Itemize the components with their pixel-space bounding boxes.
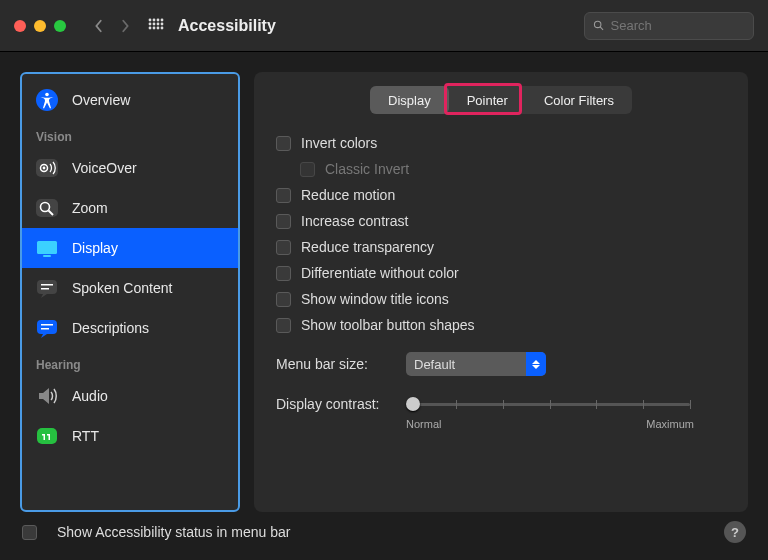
tab-color-filters[interactable]: Color Filters (526, 86, 632, 114)
sidebar-item-label: Descriptions (72, 320, 149, 336)
svg-point-5 (153, 22, 156, 25)
svg-rect-29 (41, 328, 49, 330)
display-icon (34, 235, 60, 261)
status-checkbox-label: Show Accessibility status in menu bar (57, 524, 290, 540)
footer: Show Accessibility status in menu bar ? (0, 512, 768, 552)
option-classic-invert: Classic Invert (276, 156, 726, 182)
slider-thumb[interactable] (406, 397, 420, 411)
forward-button[interactable] (112, 13, 138, 39)
option-differentiate[interactable]: Differentiate without color (276, 260, 726, 286)
settings-panel: Display Pointer Color Filters Invert col… (254, 72, 748, 512)
menu-bar-size-select[interactable]: Default (406, 352, 546, 376)
window-controls (14, 20, 66, 32)
option-invert-colors[interactable]: Invert colors (276, 130, 726, 156)
help-button[interactable]: ? (724, 521, 746, 543)
sidebar: Overview Vision VoiceOver Zoom Display S (20, 72, 240, 512)
sidebar-item-label: Spoken Content (72, 280, 172, 296)
option-reduce-motion[interactable]: Reduce motion (276, 182, 726, 208)
checkbox[interactable] (276, 188, 291, 203)
sidebar-item-voiceover[interactable]: VoiceOver (22, 148, 238, 188)
checkbox[interactable] (276, 240, 291, 255)
menu-bar-size-label: Menu bar size: (276, 356, 406, 372)
sidebar-item-zoom[interactable]: Zoom (22, 188, 238, 228)
svg-point-4 (149, 22, 152, 25)
sidebar-item-label: Display (72, 240, 118, 256)
svg-rect-28 (41, 324, 53, 326)
svg-point-15 (45, 93, 49, 97)
window-title: Accessibility (178, 17, 276, 35)
svg-point-18 (43, 167, 46, 170)
menu-bar-size-row: Menu bar size: Default (276, 352, 726, 376)
back-button[interactable] (86, 13, 112, 39)
svg-point-1 (153, 18, 156, 21)
minimize-window-button[interactable] (34, 20, 46, 32)
search-field[interactable] (584, 12, 754, 40)
sidebar-item-label: Audio (72, 388, 108, 404)
svg-point-2 (157, 18, 160, 21)
select-stepper-icon (526, 352, 546, 376)
svg-point-12 (594, 21, 600, 27)
sidebar-item-descriptions[interactable]: Descriptions (22, 308, 238, 348)
sidebar-section-hearing: Hearing (22, 348, 238, 376)
voiceover-icon (34, 155, 60, 181)
svg-point-3 (161, 18, 164, 21)
sidebar-item-label: Zoom (72, 200, 108, 216)
option-reduce-transparency[interactable]: Reduce transparency (276, 234, 726, 260)
svg-point-6 (157, 22, 160, 25)
svg-point-0 (149, 18, 152, 21)
display-contrast-label: Display contrast: (276, 396, 406, 412)
descriptions-icon (34, 315, 60, 341)
checkbox[interactable] (276, 292, 291, 307)
svg-rect-27 (37, 320, 57, 334)
rtt-icon (34, 423, 60, 449)
svg-rect-25 (41, 284, 53, 286)
sidebar-item-spoken-content[interactable]: Spoken Content (22, 268, 238, 308)
checkbox (300, 162, 315, 177)
svg-rect-22 (37, 241, 57, 254)
svg-point-9 (153, 26, 156, 29)
svg-point-11 (161, 26, 164, 29)
checkbox[interactable] (276, 136, 291, 151)
titlebar: Accessibility (0, 0, 768, 52)
svg-rect-24 (37, 280, 57, 294)
option-increase-contrast[interactable]: Increase contrast (276, 208, 726, 234)
svg-point-10 (157, 26, 160, 29)
option-show-toolbar-shapes[interactable]: Show toolbar button shapes (276, 312, 726, 338)
tab-pointer[interactable]: Pointer (449, 86, 526, 114)
display-contrast-slider[interactable] (410, 392, 690, 416)
sidebar-section-vision: Vision (22, 120, 238, 148)
sidebar-item-label: Overview (72, 92, 130, 108)
sidebar-item-display[interactable]: Display (22, 228, 238, 268)
spoken-content-icon (34, 275, 60, 301)
accessibility-icon (34, 87, 60, 113)
close-window-button[interactable] (14, 20, 26, 32)
search-icon (593, 19, 605, 32)
svg-rect-19 (36, 199, 58, 217)
status-checkbox[interactable] (22, 525, 37, 540)
svg-rect-23 (43, 255, 51, 257)
svg-line-13 (600, 27, 603, 30)
zoom-icon (34, 195, 60, 221)
option-show-title-icons[interactable]: Show window title icons (276, 286, 726, 312)
audio-icon (34, 383, 60, 409)
svg-point-7 (161, 22, 164, 25)
display-contrast-row: Display contrast: (276, 392, 726, 416)
sidebar-item-audio[interactable]: Audio (22, 376, 238, 416)
maximize-window-button[interactable] (54, 20, 66, 32)
checkbox[interactable] (276, 318, 291, 333)
sidebar-item-label: RTT (72, 428, 99, 444)
slider-scale-labels: Normal Maximum (406, 418, 694, 430)
checkbox[interactable] (276, 266, 291, 281)
svg-rect-26 (41, 288, 49, 290)
sidebar-item-label: VoiceOver (72, 160, 137, 176)
svg-point-8 (149, 26, 152, 29)
checkbox[interactable] (276, 214, 291, 229)
tab-display[interactable]: Display (370, 86, 449, 114)
search-input[interactable] (611, 18, 746, 33)
display-tabs: Display Pointer Color Filters (370, 86, 632, 114)
sidebar-item-overview[interactable]: Overview (22, 80, 238, 120)
sidebar-item-rtt[interactable]: RTT (22, 416, 238, 456)
show-all-icon[interactable] (148, 18, 164, 34)
svg-rect-30 (37, 428, 57, 444)
